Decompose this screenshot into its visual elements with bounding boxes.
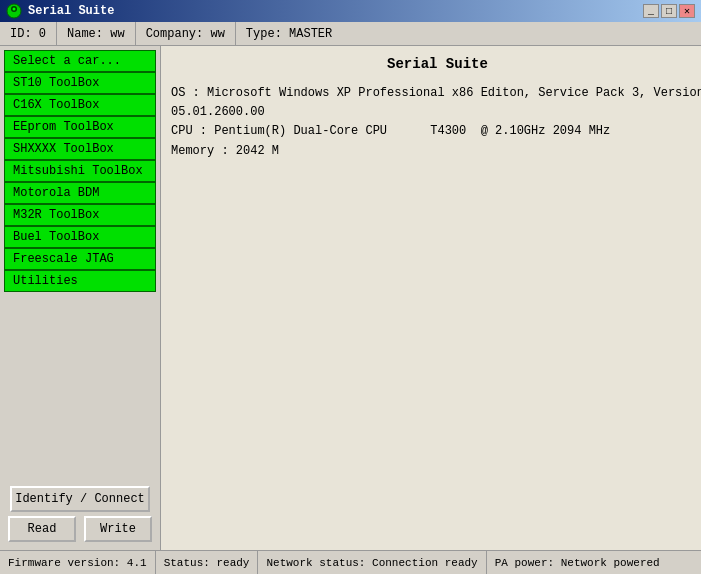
- read-write-row: Read Write: [8, 516, 152, 542]
- content-line: CPU : Pentium(R) Dual-Core CPU T4300 @ 2…: [171, 122, 701, 141]
- info-bar: ID: 0 Name: ww Company: ww Type: MASTER: [0, 22, 701, 46]
- status-bar: Firmware version: 4.1 Status: ready Netw…: [0, 550, 701, 574]
- sidebar-item-freescale-jtag[interactable]: Freescale JTAG: [4, 248, 156, 270]
- read-button[interactable]: Read: [8, 516, 76, 542]
- sidebar-buttons: Select a car...ST10 ToolBoxC16X ToolBoxE…: [4, 50, 156, 292]
- sidebar-item-c16x-toolbox[interactable]: C16X ToolBox: [4, 94, 156, 116]
- firmware-status: Firmware version: 4.1: [0, 551, 156, 574]
- title-bar: Serial Suite _ □ ✕: [0, 0, 701, 22]
- content-lines: OS : Microsoft Windows XP Professional x…: [171, 84, 701, 161]
- sidebar-item-shxxxx-toolbox[interactable]: SHXXXX ToolBox: [4, 138, 156, 160]
- sidebar-item-select-car[interactable]: Select a car...: [4, 50, 156, 72]
- type-cell: Type: MASTER: [236, 22, 701, 45]
- sidebar-item-mitsubishi-toolbox[interactable]: Mitsubishi ToolBox: [4, 160, 156, 182]
- write-button[interactable]: Write: [84, 516, 152, 542]
- content-line: OS : Microsoft Windows XP Professional x…: [171, 84, 701, 103]
- sidebar-item-eeprom-toolbox[interactable]: EEprom ToolBox: [4, 116, 156, 138]
- sidebar: Select a car...ST10 ToolBoxC16X ToolBoxE…: [0, 46, 161, 550]
- sidebar-item-m32r-toolbox[interactable]: M32R ToolBox: [4, 204, 156, 226]
- name-cell: Name: ww: [57, 22, 136, 45]
- content-title: Serial Suite: [171, 56, 701, 72]
- power-status: PA power: Network powered: [487, 551, 668, 574]
- content-line: Memory : 2042 M: [171, 142, 701, 161]
- ready-status: Status: ready: [156, 551, 259, 574]
- sidebar-item-utilities[interactable]: Utilities: [4, 270, 156, 292]
- content-area: Serial Suite OS : Microsoft Windows XP P…: [161, 46, 701, 550]
- title-bar-left: Serial Suite: [6, 3, 114, 19]
- app-icon: [6, 3, 22, 19]
- company-cell: Company: ww: [136, 22, 236, 45]
- sidebar-item-buel-toolbox[interactable]: Buel ToolBox: [4, 226, 156, 248]
- close-button[interactable]: ✕: [679, 4, 695, 18]
- title-buttons: _ □ ✕: [643, 4, 695, 18]
- svg-point-2: [13, 8, 16, 11]
- sidebar-item-motorola-bdm[interactable]: Motorola BDM: [4, 182, 156, 204]
- maximize-button[interactable]: □: [661, 4, 677, 18]
- network-status: Network status: Connection ready: [258, 551, 486, 574]
- identify-connect-button[interactable]: Identify / Connect: [10, 486, 150, 512]
- main-area: Select a car...ST10 ToolBoxC16X ToolBoxE…: [0, 46, 701, 550]
- id-cell: ID: 0: [0, 22, 57, 45]
- sidebar-item-st10-toolbox[interactable]: ST10 ToolBox: [4, 72, 156, 94]
- content-line: 05.01.2600.00: [171, 103, 701, 122]
- sidebar-actions: Identify / Connect Read Write: [4, 478, 156, 546]
- minimize-button[interactable]: _: [643, 4, 659, 18]
- window-title: Serial Suite: [28, 4, 114, 18]
